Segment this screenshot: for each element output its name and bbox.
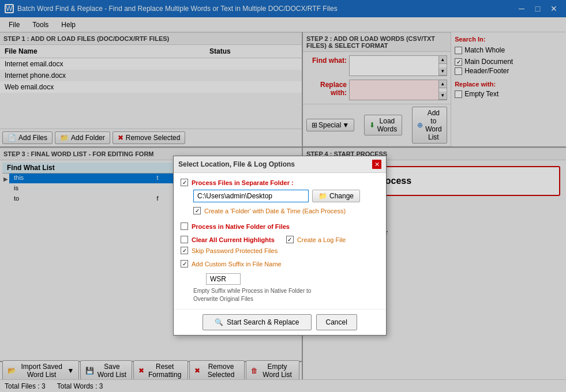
dialog-title-bar: Select Location, File & Log Options ✕ <box>174 156 386 173</box>
dialog-buttons: 🔍 Start Search & Replace Cancel <box>174 309 386 335</box>
process-separate-check[interactable] <box>181 179 188 186</box>
process-separate-label: Process Files in Separate Folder : <box>192 179 294 186</box>
native-folder-label: Process in Native Folder of Files <box>192 223 290 230</box>
clear-highlights-check[interactable] <box>181 236 188 243</box>
clear-log-row: Clear All Current Highlights Create a Lo… <box>181 236 379 243</box>
dialog: Select Location, File & Log Options ✕ Pr… <box>173 156 387 336</box>
suffix-input[interactable] <box>206 273 241 285</box>
create-folder-check[interactable] <box>193 207 201 214</box>
dialog-start-button[interactable]: 🔍 Start Search & Replace <box>203 314 311 330</box>
native-folder-check[interactable] <box>181 223 188 230</box>
create-log-check[interactable] <box>286 236 294 243</box>
clear-highlights-label: Clear All Current Highlights <box>192 236 275 243</box>
skip-password-row: Skip Password Protected Files <box>181 247 379 254</box>
native-folder-row: Process in Native Folder of Files <box>181 223 379 230</box>
suffix-input-row <box>193 271 379 285</box>
skip-password-label: Skip Password Protected Files <box>192 247 278 254</box>
create-log-label: Create a Log File <box>297 236 346 243</box>
dialog-title: Select Location, File & Log Options <box>178 160 295 168</box>
create-log-row: Create a Log File <box>286 236 346 243</box>
custom-suffix-check[interactable] <box>181 260 188 267</box>
custom-suffix-label: Add Custom Suffix in File Name <box>192 261 282 267</box>
clear-highlights-row: Clear All Current Highlights <box>181 236 275 243</box>
change-icon: 📁 <box>318 192 327 200</box>
folder-path-input[interactable] <box>193 190 309 202</box>
folder-path-row: 📁 Change <box>193 190 379 202</box>
skip-password-check[interactable] <box>181 247 188 254</box>
dialog-start-label: Start Search & Replace <box>227 318 299 326</box>
create-folder-label: Create a 'Folder' with Date & Time (Each… <box>204 208 346 214</box>
dialog-search-icon: 🔍 <box>215 318 223 326</box>
process-separate-row: Process Files in Separate Folder : <box>181 179 379 186</box>
create-folder-row: Create a 'Folder' with Date & Time (Each… <box>193 207 379 214</box>
dialog-overlay: Select Location, File & Log Options ✕ Pr… <box>0 0 566 392</box>
change-folder-button[interactable]: 📁 Change <box>312 190 360 202</box>
custom-suffix-row: Add Custom Suffix in File Name <box>181 260 379 267</box>
dialog-cancel-button[interactable]: Cancel <box>316 314 357 330</box>
suffix-note: Empty Suffix while Process in Native Fol… <box>193 287 379 303</box>
dialog-close-button[interactable]: ✕ <box>372 160 381 169</box>
dialog-content: Process Files in Separate Folder : 📁 Cha… <box>174 173 386 309</box>
dialog-cancel-label: Cancel <box>326 318 347 326</box>
change-label: Change <box>329 192 354 200</box>
